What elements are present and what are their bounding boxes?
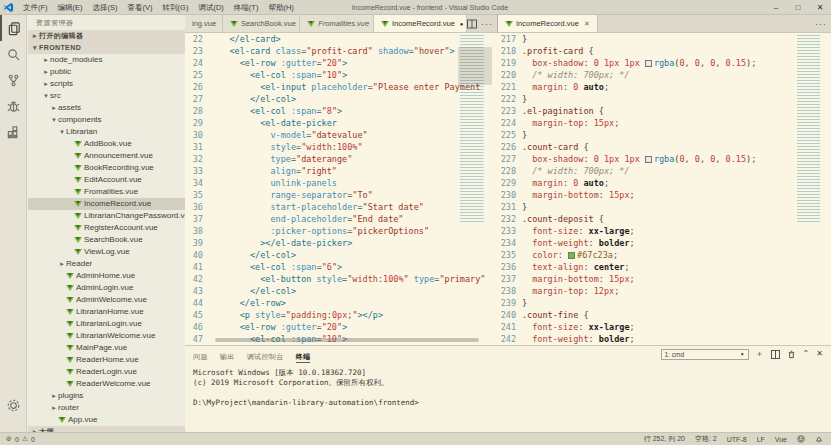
line-number: 41 (185, 261, 209, 273)
notifications-bell-icon[interactable] (815, 435, 823, 444)
code-text: .count-card { (522, 141, 831, 153)
tree-item[interactable]: BookRecording.vue (28, 162, 185, 174)
token: 15px (609, 190, 629, 200)
tree-item[interactable]: ▾components (28, 114, 185, 126)
close-button[interactable]: ✕ (809, 0, 831, 15)
tree-item[interactable]: EditAccount.vue (28, 174, 185, 186)
terminal-output[interactable]: Microsoft Windows [版本 10.0.18362.720](c)… (185, 362, 831, 408)
token: 10 (327, 70, 337, 80)
tree-item[interactable]: ▾src (28, 90, 185, 102)
code-line: 241 font-size: xx-large; (498, 321, 831, 333)
explorer-icon[interactable] (0, 15, 27, 41)
menu-item[interactable]: 编辑(E) (53, 3, 88, 12)
tree-item[interactable]: AdminWelcome.vue (28, 294, 185, 306)
tree-item[interactable]: AdminLogin.vue (28, 282, 185, 294)
token: } (522, 298, 527, 308)
editor-tab[interactable]: Fromalities.vue (300, 15, 374, 32)
errors-icon[interactable]: ⊘ (6, 435, 12, 443)
errors-count[interactable]: 0 (15, 436, 19, 443)
tree-item[interactable]: ReaderHome.vue (28, 354, 185, 366)
tree-item[interactable]: ▸Reader (28, 258, 185, 270)
panel-tab[interactable]: 问题 (193, 351, 208, 362)
menu-item[interactable]: 调试(D) (193, 3, 228, 12)
code-editor-left[interactable]: 22 </el-card>23 <el-card class="profit-c… (185, 33, 497, 345)
tree-section-header[interactable]: ▸打开的编辑器 (28, 30, 185, 42)
tree-item[interactable]: LibrarianLogin.vue (28, 318, 185, 330)
tree-item[interactable]: Announcement.vue (28, 150, 185, 162)
warnings-count[interactable]: 0 (31, 436, 35, 443)
tree-item[interactable]: LibrarianChangePassword.vue (28, 210, 185, 222)
editor-tab[interactable]: ing.vue (185, 15, 223, 32)
code-editor-right[interactable]: 217}218.profit-card {219 box-shadow: 0 1… (498, 33, 831, 345)
menu-item[interactable]: 帮助(H) (263, 3, 298, 12)
search-icon[interactable] (0, 41, 27, 67)
editor-tab[interactable]: IncomeRecord.vue● (374, 15, 467, 32)
menu-item[interactable]: 转到(G) (158, 3, 194, 12)
more-actions-icon[interactable]: ··· (481, 19, 493, 29)
tab-close-icon[interactable]: ✕ (584, 20, 590, 28)
extensions-icon[interactable] (0, 119, 27, 145)
status-bar-item[interactable]: 空格: 2 (695, 434, 717, 444)
tree-item[interactable]: AddBook.vue (28, 138, 185, 150)
panel-tab[interactable]: 终端 (296, 351, 311, 363)
warnings-icon[interactable]: ⚠ (22, 435, 28, 443)
minimap-right[interactable] (795, 33, 828, 345)
tree-item[interactable]: ▸plugins (28, 390, 185, 402)
kill-terminal-icon[interactable] (787, 350, 796, 359)
modified-dot-icon[interactable]: ● (460, 21, 464, 27)
tree-item[interactable]: ReaderWelcome.vue (28, 378, 185, 390)
split-terminal-icon[interactable] (771, 350, 780, 359)
tree-item[interactable]: App.vue (28, 414, 185, 426)
maximize-panel-icon[interactable]: ⌃ (803, 350, 810, 358)
panel-tab[interactable]: 调试控制台 (247, 351, 284, 362)
tree-item[interactable]: IncomeRecord.vue (28, 198, 185, 210)
status-bar-item[interactable]: 行 252, 列 20 (644, 434, 685, 444)
status-bar-item[interactable]: Vue (775, 436, 787, 443)
token: > (342, 322, 347, 332)
tree-item[interactable]: ▸assets (28, 102, 185, 114)
menu-item[interactable]: 选择(S) (88, 3, 123, 12)
split-editor-icon[interactable] (467, 19, 477, 29)
tree-item[interactable]: ViewLog.vue (28, 246, 185, 258)
tree-item[interactable]: LibrarianHome.vue (28, 306, 185, 318)
tree-item[interactable]: ReaderLogin.vue (28, 366, 185, 378)
debug-icon[interactable] (0, 93, 27, 119)
tree-section-header[interactable]: ▾FRONTEND (28, 42, 185, 54)
menu-item[interactable]: 文件(F) (18, 3, 53, 12)
status-bar-item[interactable]: UTF-8 (727, 436, 747, 443)
horizontal-scrollbar[interactable] (215, 338, 479, 342)
tree-item[interactable]: SearchBook.vue (28, 234, 185, 246)
tree-item[interactable]: ▸router (28, 402, 185, 414)
feedback-smiley-icon[interactable] (797, 435, 805, 444)
token: "To" (352, 190, 372, 200)
tree-item[interactable]: ▸scripts (28, 78, 185, 90)
menu-item[interactable]: 查看(V) (123, 3, 158, 12)
source-control-icon[interactable] (0, 67, 27, 93)
minimap-slider[interactable] (458, 47, 492, 85)
editor-tab[interactable]: IncomeRecord.vue✕ (498, 15, 598, 32)
menu-item[interactable]: 终端(T) (229, 3, 264, 12)
terminal-select[interactable]: 1: cmd ▼ (661, 349, 749, 360)
tree-item[interactable]: ▸node_modules (28, 54, 185, 66)
maximize-button[interactable]: □ (787, 0, 809, 15)
minimap-left[interactable] (458, 33, 492, 345)
vue-file-icon (230, 20, 238, 28)
tree-item[interactable]: Fromalities.vue (28, 186, 185, 198)
new-terminal-icon[interactable]: ＋ (756, 350, 764, 358)
token: ></el-date-picker> (260, 238, 352, 248)
editor-tab[interactable]: SearchBook.vue (223, 15, 300, 32)
tree-item[interactable]: MainPage.vue (28, 342, 185, 354)
tree-item[interactable]: ▾Librarian (28, 126, 185, 138)
tree-item[interactable]: RegisterAccount.vue (28, 222, 185, 234)
settings-gear-icon[interactable] (0, 392, 27, 418)
panel-tab[interactable]: 输出 (220, 351, 235, 362)
status-bar-item[interactable]: LF (757, 436, 765, 443)
more-actions-icon[interactable]: ··· (815, 19, 827, 29)
close-panel-icon[interactable]: ✕ (816, 350, 823, 358)
tree-item[interactable]: ▸public (28, 66, 185, 78)
code-line: 223.el-pagination { (498, 105, 831, 117)
tree-item[interactable]: LibrarianWelcome.vue (28, 330, 185, 342)
code-text: :picker-options="pickerOptions" (209, 225, 497, 237)
minimize-button[interactable]: – (765, 0, 787, 15)
tree-item[interactable]: AdminHome.vue (28, 270, 185, 282)
